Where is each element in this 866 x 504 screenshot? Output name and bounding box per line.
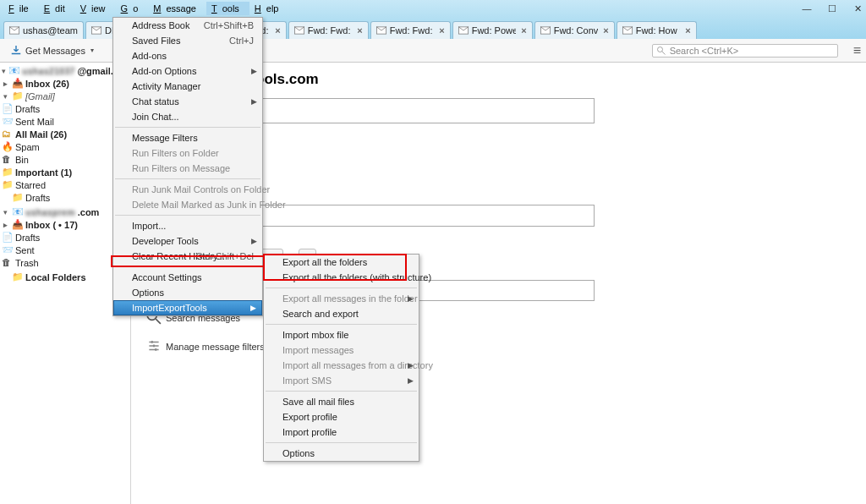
folder-tree: ▾📧ushas21037@gmail.com ▸📥Inbox (26) ▾📁[G… [0, 63, 131, 504]
svg-point-12 [153, 345, 156, 348]
download-icon [10, 45, 22, 57]
menu-file[interactable]: File [3, 2, 39, 15]
svg-point-9 [657, 47, 662, 52]
minimize-button[interactable]: — [802, 3, 812, 14]
account-1[interactable]: ▾📧ushas21037@gmail.com [0, 64, 130, 77]
sent-2[interactable]: 📨Sent [0, 244, 130, 256]
starred[interactable]: 📁Starred [0, 178, 130, 191]
close-icon[interactable]: × [357, 25, 362, 36]
menu-item[interactable]: ImportExportTools▶ [113, 300, 262, 315]
menu-view[interactable]: View [75, 2, 116, 15]
menu-message[interactable]: Message [148, 2, 206, 15]
menu-item: Export all messages in the folder▶ [264, 291, 419, 306]
menu-edit[interactable]: Edit [39, 2, 75, 15]
menu-item[interactable]: Add-ons [113, 48, 262, 63]
menu-item[interactable]: Import... [113, 218, 262, 233]
close-button[interactable]: ✕ [852, 3, 863, 14]
search-input[interactable]: Search <Ctrl+K> [652, 44, 838, 58]
menu-item[interactable]: Activity Manager [113, 79, 262, 94]
menu-item[interactable]: Import mbox file [264, 327, 419, 342]
tab-8[interactable]: Fwd: How to× [617, 21, 697, 39]
menu-item: Import messages [264, 342, 419, 358]
menu-item[interactable]: Import profile [264, 425, 419, 440]
trash-2[interactable]: 🗑Trash [0, 256, 130, 269]
menu-item[interactable]: Developer Tools▶ [113, 233, 262, 249]
menu-item[interactable]: Options [264, 446, 419, 461]
account-2[interactable]: ▾📧ushasprem.com [0, 205, 130, 218]
close-icon[interactable]: × [685, 25, 690, 36]
menu-item[interactable]: Export all the folders [264, 255, 419, 270]
spam[interactable]: 🔥Spam [0, 140, 130, 153]
menu-item: Run Filters on Folder [113, 145, 262, 161]
app-menu-button[interactable]: ≡ [853, 43, 861, 58]
close-icon[interactable]: × [439, 25, 444, 36]
close-icon[interactable]: × [275, 25, 280, 36]
menu-item[interactable]: Export profile [264, 409, 419, 425]
drafts-outer[interactable]: 📁Drafts [0, 191, 130, 204]
get-messages-button[interactable]: Get Messages▾ [5, 43, 99, 58]
important[interactable]: 📁Important (1) [0, 166, 130, 178]
menu-help[interactable]: Help [249, 2, 289, 15]
menu-item[interactable]: Clear Recent History...Ctrl+Shift+Del [113, 249, 262, 264]
tab-4[interactable]: Fwd: Fwd: P× [288, 21, 369, 39]
svg-point-11 [151, 341, 153, 343]
local-folders[interactable]: 📁Local Folders [0, 271, 130, 283]
gmail-folder[interactable]: ▾📁[Gmail] [0, 90, 130, 102]
sent-1[interactable]: 📨Sent Mail [0, 115, 130, 128]
manage-filters[interactable]: Manage message filters [146, 338, 265, 355]
menu-item[interactable]: Add-on Options▶ [113, 63, 262, 79]
menu-item[interactable]: Search and export [264, 306, 419, 321]
maximize-button[interactable]: ☐ [827, 3, 837, 14]
menu-tools[interactable]: Tools [206, 2, 249, 15]
tools-dropdown: Address BookCtrl+Shift+BSaved FilesCtrl+… [112, 17, 263, 316]
menu-item[interactable]: Save all mail files [264, 394, 419, 409]
close-icon[interactable]: × [603, 25, 608, 36]
menu-item[interactable]: Saved FilesCtrl+J [113, 33, 262, 48]
setup-account-label: ⚙ Set up an account: [168, 232, 851, 244]
allmail[interactable]: 🗂All Mail (26) [0, 128, 130, 140]
menu-item[interactable]: Chat status▶ [113, 94, 262, 109]
menu-item[interactable]: Join Chat... [113, 109, 262, 124]
inbox-2[interactable]: ▸📥Inbox ( • 17) [0, 218, 130, 231]
tab-5[interactable]: Fwd: Fwd: K× [370, 21, 451, 39]
menu-item[interactable]: Account Settings [113, 270, 262, 285]
drafts-2[interactable]: 📄Drafts [0, 231, 130, 244]
menubar: File Edit View Go Message Tools Help — ☐… [0, 0, 866, 17]
menu-item: Import SMS▶ [264, 373, 419, 388]
menu-item[interactable]: Options [113, 285, 262, 300]
bin[interactable]: 🗑Bin [0, 153, 130, 166]
svg-point-13 [155, 348, 157, 351]
tab-6[interactable]: Fwd: PowerF× [452, 21, 533, 39]
menu-item[interactable]: Message Filters [113, 130, 262, 145]
menu-item: Delete Mail Marked as Junk in Folder [113, 197, 262, 212]
tab-0[interactable]: ushas@teamsys [3, 21, 84, 39]
close-icon[interactable]: × [521, 25, 526, 36]
menu-item: Import all messages from a directory▶ [264, 358, 419, 373]
drafts-1[interactable]: 📄Drafts [0, 102, 130, 115]
search-icon [656, 46, 666, 56]
menu-item: Run Junk Mail Controls on Folder [113, 182, 262, 197]
tab-7[interactable]: Fwd: Conve× [534, 21, 615, 39]
import-export-submenu: Export all the foldersExport all the fol… [263, 254, 419, 462]
menu-go[interactable]: Go [116, 2, 149, 15]
menu-item[interactable]: Address BookCtrl+Shift+B [113, 18, 262, 33]
menu-item[interactable]: Export all the folders (with structure) [264, 270, 419, 285]
menu-item: Run Filters on Message [113, 161, 262, 176]
inbox-1[interactable]: ▸📥Inbox (26) [0, 77, 130, 90]
